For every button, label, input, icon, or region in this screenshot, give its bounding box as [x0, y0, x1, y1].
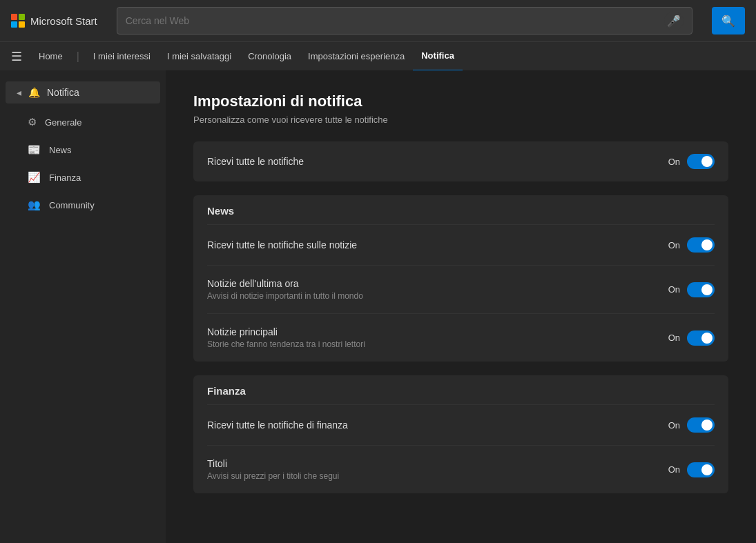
setting-row-stocks: Titoli Avvisi sui prezzi per i titoli ch…	[207, 446, 715, 493]
nav-history[interactable]: Cronologia	[240, 42, 300, 71]
sidebar-item-finanza-label: Finanza	[49, 172, 81, 183]
sidebar-item-generale-label: Generale	[45, 117, 81, 128]
setting-row-breaking-news: Notizie dell'ultima ora Avvisi di notizi…	[207, 266, 715, 314]
page-subtitle: Personalizza come vuoi ricevere tutte le…	[193, 115, 728, 125]
navbar: ☰ Home | I miei interessi I miei salvata…	[0, 41, 756, 70]
community-icon: 👥	[28, 199, 41, 211]
topbar: Microsoft Start 🎤 🔍	[0, 0, 756, 41]
finance-all-toggle[interactable]	[687, 417, 715, 433]
sidebar-item-news[interactable]: 📰 News	[6, 137, 160, 163]
search-input[interactable]	[126, 15, 659, 26]
sidebar-item-generale[interactable]: ⚙ Generale	[6, 109, 160, 135]
breaking-news-sublabel: Avvisi di notizie importanti in tutto il…	[207, 291, 363, 301]
top-stories-toggle[interactable]	[687, 330, 715, 346]
sidebar-header-label: Notifica	[47, 87, 79, 98]
nav-saved[interactable]: I miei salvataggi	[159, 42, 240, 71]
sidebar-item-community[interactable]: 👥 Community	[6, 192, 160, 218]
ms-logo[interactable]: Microsoft Start	[11, 14, 97, 28]
setting-row-all-notifications: Ricevi tutte le notifiche On	[207, 141, 715, 181]
top-stories-sublabel: Storie che fanno tendenza tra i nostri l…	[207, 339, 365, 349]
stocks-label: Titoli	[207, 458, 339, 469]
stocks-toggle[interactable]	[687, 462, 715, 477]
page-title: Impostazioni di notifica	[193, 92, 728, 110]
nav-divider: |	[77, 50, 79, 63]
search-icon: 🔍	[721, 14, 735, 28]
news-section-header: News	[207, 195, 715, 225]
nav-home[interactable]: Home	[30, 42, 71, 71]
news-all-label: Ricevi tutte le notifiche sulle notizie	[207, 239, 357, 250]
setting-row-news-all: Ricevi tutte le notifiche sulle notizie …	[207, 225, 715, 266]
sidebar-item-news-label: News	[49, 145, 72, 155]
global-notifications-card: Ricevi tutte le notifiche On	[193, 141, 728, 181]
news-all-on-text: On	[668, 240, 680, 250]
finance-all-on-text: On	[668, 420, 680, 431]
setting-row-finance-all: Ricevi tutte le notifiche di finanza On	[207, 405, 715, 446]
all-notifications-on-text: On	[668, 157, 680, 167]
nav-settings[interactable]: Impostazioni esperienza	[300, 42, 413, 71]
sidebar-header[interactable]: ◂ 🔔 Notifica	[6, 81, 160, 103]
finance-header-text: Finanza	[207, 385, 246, 397]
nav-my-interests[interactable]: I miei interessi	[85, 42, 159, 71]
mic-button[interactable]: 🎤	[664, 12, 684, 30]
sidebar-item-community-label: Community	[49, 200, 95, 210]
nav-notifications[interactable]: Notifica	[413, 42, 463, 71]
bell-icon: 🔔	[28, 87, 40, 98]
ms-logo-text: Microsoft Start	[30, 15, 97, 27]
finance-card: Finanza Ricevi tutte le notifiche di fin…	[193, 375, 728, 493]
top-stories-label: Notizie principali	[207, 326, 365, 337]
main-area: ◂ 🔔 Notifica ⚙ Generale 📰 News 📈 Finanza…	[0, 70, 756, 543]
hamburger-button[interactable]: ☰	[11, 49, 30, 64]
news-all-right: On	[668, 237, 715, 253]
breaking-news-toggle[interactable]	[687, 282, 715, 297]
search-button[interactable]: 🔍	[712, 7, 745, 34]
stocks-sublabel: Avvisi sui prezzi per i titoli che segui	[207, 471, 339, 481]
breaking-news-on-text: On	[668, 284, 680, 295]
back-icon: ◂	[17, 87, 21, 98]
stocks-on-text: On	[668, 464, 680, 475]
finance-icon: 📈	[28, 171, 41, 184]
breaking-news-info: Notizie dell'ultima ora Avvisi di notizi…	[207, 278, 363, 301]
finance-section-header: Finanza	[207, 375, 715, 405]
news-icon: 📰	[28, 144, 41, 156]
news-card: News Ricevi tutte le notifiche sulle not…	[193, 195, 728, 362]
content-area: Impostazioni di notifica Personalizza co…	[166, 70, 756, 543]
sidebar-item-finanza[interactable]: 📈 Finanza	[6, 164, 160, 190]
all-notifications-toggle[interactable]	[687, 154, 715, 169]
top-stories-info: Notizie principali Storie che fanno tend…	[207, 326, 365, 349]
finance-all-label: Ricevi tutte le notifiche di finanza	[207, 419, 348, 431]
stocks-right: On	[668, 462, 715, 477]
breaking-news-label: Notizie dell'ultima ora	[207, 278, 363, 289]
top-stories-right: On	[668, 330, 715, 346]
news-all-toggle[interactable]	[687, 237, 715, 253]
search-bar: 🎤	[117, 7, 692, 34]
setting-row-top-stories: Notizie principali Storie che fanno tend…	[207, 314, 715, 362]
ms-logo-grid	[11, 14, 25, 28]
finance-all-right: On	[668, 417, 715, 433]
news-header-text: News	[207, 205, 234, 217]
top-stories-on-text: On	[668, 333, 680, 343]
gear-icon: ⚙	[28, 116, 37, 128]
breaking-news-right: On	[668, 282, 715, 297]
all-notifications-right: On	[668, 154, 715, 169]
all-notifications-label: Ricevi tutte le notifiche	[207, 156, 304, 167]
sidebar: ◂ 🔔 Notifica ⚙ Generale 📰 News 📈 Finanza…	[0, 70, 166, 543]
stocks-info: Titoli Avvisi sui prezzi per i titoli ch…	[207, 458, 339, 481]
